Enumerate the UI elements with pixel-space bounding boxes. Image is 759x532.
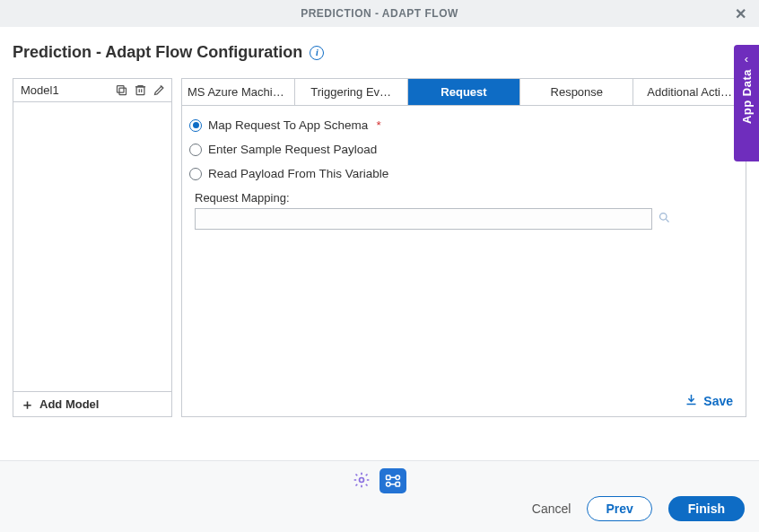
radio-icon[interactable] [189, 144, 202, 156]
cancel-button[interactable]: Cancel [532, 501, 571, 516]
model-item-label: Model1 [21, 83, 59, 97]
finish-button[interactable]: Finish [668, 496, 745, 521]
close-icon[interactable]: ✕ [735, 5, 747, 22]
option-label: Enter Sample Request Payload [208, 143, 377, 156]
save-button[interactable]: Save [685, 393, 733, 409]
model-item-icons [115, 83, 166, 97]
option-map-schema[interactable]: Map Request To App Schema * [188, 118, 737, 132]
option-label: Map Request To App Schema [208, 118, 368, 132]
prev-button[interactable]: Prev [587, 496, 651, 521]
tab-strip: MS Azure Machine Lear… Triggering Ev… Re… [182, 78, 746, 106]
dialog-header: PREDICTION - ADAPT FLOW ✕ [0, 0, 759, 27]
svg-rect-0 [119, 88, 126, 95]
svg-point-8 [387, 483, 391, 487]
tab-response[interactable]: Response [520, 79, 633, 105]
option-sample-payload[interactable]: Enter Sample Request Payload [188, 143, 737, 156]
delete-icon[interactable] [134, 83, 147, 97]
model1-item[interactable]: Model1 [13, 79, 171, 102]
config-panel: MS Azure Machine Lear… Triggering Ev… Re… [181, 78, 746, 417]
main-row: Model1 ＋ Add Model [13, 78, 746, 417]
mapping-tool-button[interactable] [380, 468, 406, 493]
page-title: Prediction - Adapt Flow Configuration [13, 43, 302, 62]
svg-point-7 [396, 475, 400, 480]
chevron-left-icon: ‹ [745, 52, 748, 65]
svg-rect-5 [387, 475, 391, 480]
svg-rect-6 [396, 483, 400, 487]
option-read-variable[interactable]: Read Payload From This Variable [188, 167, 737, 180]
app-data-handle[interactable]: ‹ App Data [734, 45, 759, 161]
request-panel-body: Map Request To App Schema * Enter Sample… [182, 106, 746, 416]
svg-rect-1 [118, 86, 125, 93]
tab-additional[interactable]: Additional Acti… [633, 79, 746, 105]
svg-rect-2 [136, 87, 144, 95]
model-list-panel: Model1 ＋ Add Model [13, 78, 172, 417]
download-icon [685, 393, 698, 409]
tab-request[interactable]: Request [408, 79, 521, 105]
app-data-label: App Data [740, 69, 754, 124]
plus-icon: ＋ [21, 397, 34, 411]
info-icon[interactable]: i [310, 46, 324, 60]
add-model-button[interactable]: ＋ Add Model [13, 391, 171, 416]
svg-point-4 [360, 477, 364, 482]
copy-icon[interactable] [115, 83, 128, 97]
request-mapping-row [195, 208, 737, 230]
option-label: Read Payload From This Variable [208, 167, 388, 180]
page-title-row: Prediction - Adapt Flow Configuration i [13, 43, 746, 62]
gear-icon[interactable] [353, 471, 371, 492]
svg-point-3 [660, 214, 667, 221]
tab-azure[interactable]: MS Azure Machine Lear… [182, 79, 295, 105]
request-mapping-label: Request Mapping: [195, 191, 737, 205]
footer-icons [0, 461, 759, 493]
footer-buttons: Cancel Prev Finish [532, 496, 745, 521]
tab-triggering[interactable]: Triggering Ev… [295, 79, 408, 105]
model-list-body [13, 102, 171, 391]
radio-icon[interactable] [189, 119, 202, 132]
request-mapping-input[interactable] [195, 208, 652, 230]
edit-icon[interactable] [153, 83, 166, 97]
add-model-label: Add Model [39, 397, 99, 411]
required-asterisk: * [376, 118, 380, 132]
content-area: Prediction - Adapt Flow Configuration i … [0, 27, 759, 417]
footer-bar: Cancel Prev Finish [0, 460, 759, 532]
save-label: Save [703, 394, 733, 408]
radio-icon[interactable] [189, 168, 202, 180]
dialog-title: PREDICTION - ADAPT FLOW [301, 7, 458, 20]
lookup-icon[interactable] [658, 211, 671, 227]
